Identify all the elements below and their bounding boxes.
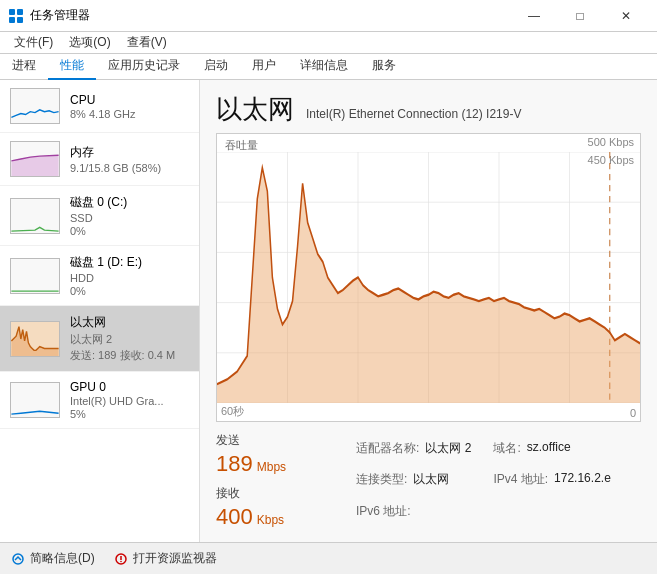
tab-users[interactable]: 用户 — [240, 53, 288, 80]
chart-max-label: 500 Kbps — [588, 136, 634, 148]
chart-time-right: 0 — [630, 407, 636, 419]
disk0-sub1: SSD — [70, 212, 189, 224]
sidebar-item-disk1[interactable]: 磁盘 1 (D: E:) HDD 0% — [0, 246, 199, 306]
info-key-conntype: 连接类型: — [356, 471, 407, 498]
disk1-sub1: HDD — [70, 272, 189, 284]
detail-subtitle: Intel(R) Ethernet Connection (12) I219-V — [306, 107, 521, 121]
tab-processes[interactable]: 进程 — [0, 53, 48, 80]
tab-details[interactable]: 详细信息 — [288, 53, 360, 80]
svg-rect-1 — [17, 9, 23, 15]
ethernet-title: 以太网 — [70, 314, 189, 331]
ethernet-sub1: 以太网 2 — [70, 332, 189, 347]
tab-services[interactable]: 服务 — [360, 53, 408, 80]
disk1-thumb — [10, 258, 60, 294]
summary-label: 简略信息(D) — [30, 550, 95, 567]
info-row-domain: 域名: sz.office — [493, 440, 610, 467]
chart-throughput-label: 吞吐量 — [225, 138, 258, 153]
detail-main-title: 以太网 — [216, 92, 294, 127]
memory-sub: 9.1/15.8 GB (58%) — [70, 162, 189, 174]
send-unit: Mbps — [257, 460, 286, 474]
disk0-thumb — [10, 198, 60, 234]
resource-monitor-icon — [115, 553, 127, 565]
menu-view[interactable]: 查看(V) — [119, 32, 175, 53]
main-content: CPU 8% 4.18 GHz 内存 9.1/15.8 GB (58%) — [0, 80, 657, 542]
cpu-title: CPU — [70, 93, 189, 107]
resource-monitor-label: 打开资源监视器 — [133, 550, 217, 567]
disk0-sub2: 0% — [70, 225, 189, 237]
svg-point-19 — [13, 554, 23, 564]
resource-monitor-button[interactable]: 打开资源监视器 — [115, 550, 217, 567]
info-key-ipv6: IPv6 地址: — [356, 503, 411, 530]
svg-rect-2 — [9, 17, 15, 23]
disk1-title: 磁盘 1 (D: E:) — [70, 254, 189, 271]
detail-header: 以太网 Intel(R) Ethernet Connection (12) I2… — [216, 92, 641, 127]
info-key-domain: 域名: — [493, 440, 520, 467]
svg-point-22 — [120, 560, 122, 562]
send-block: 发送 189 Mbps — [216, 432, 336, 477]
app-icon — [8, 8, 24, 24]
sidebar: CPU 8% 4.18 GHz 内存 9.1/15.8 GB (58%) — [0, 80, 200, 542]
gpu0-thumb — [10, 382, 60, 418]
recv-block: 接收 400 Kbps — [216, 485, 336, 530]
memory-title: 内存 — [70, 144, 189, 161]
svg-marker-5 — [11, 326, 58, 355]
info-row-adapter: 适配器名称: 以太网 2 — [356, 440, 473, 467]
maximize-button[interactable]: □ — [557, 6, 603, 26]
menu-options[interactable]: 选项(O) — [61, 32, 118, 53]
tab-app-history[interactable]: 应用历史记录 — [96, 53, 192, 80]
summary-button[interactable]: 简略信息(D) — [12, 550, 95, 567]
info-val-adapter: 以太网 2 — [425, 440, 471, 467]
info-row-conntype: 连接类型: 以太网 — [356, 471, 473, 498]
memory-info: 内存 9.1/15.8 GB (58%) — [70, 144, 189, 174]
tab-startup[interactable]: 启动 — [192, 53, 240, 80]
recv-value: 400 — [216, 504, 253, 530]
stats-info-row: 发送 189 Mbps 接收 400 Kbps 适配器名称: — [216, 432, 641, 530]
info-val-domain: sz.office — [527, 440, 571, 467]
disk1-info: 磁盘 1 (D: E:) HDD 0% — [70, 254, 189, 297]
gpu0-title: GPU 0 — [70, 380, 189, 394]
gpu0-info: GPU 0 Intel(R) UHD Gra... 5% — [70, 380, 189, 420]
sidebar-item-memory[interactable]: 内存 9.1/15.8 GB (58%) — [0, 133, 199, 186]
info-key-ipv4: IPv4 地址: — [493, 471, 548, 498]
disk0-title: 磁盘 0 (C:) — [70, 194, 189, 211]
sidebar-item-ethernet[interactable]: 以太网 以太网 2 发送: 189 接收: 0.4 M — [0, 306, 199, 372]
info-grid: 适配器名称: 以太网 2 域名: sz.office 连接类型: 以太网 IPv… — [356, 440, 611, 530]
ethernet-thumb — [10, 321, 60, 357]
cpu-info: CPU 8% 4.18 GHz — [70, 93, 189, 120]
ethernet-sub2: 发送: 189 接收: 0.4 M — [70, 348, 189, 363]
svg-rect-0 — [9, 9, 15, 15]
send-label: 发送 — [216, 432, 336, 449]
menu-bar: 文件(F) 选项(O) 查看(V) — [0, 32, 657, 54]
disk1-sub2: 0% — [70, 285, 189, 297]
detail-panel: 以太网 Intel(R) Ethernet Connection (12) I2… — [200, 80, 657, 542]
info-val-ipv4: 172.16.2.e — [554, 471, 611, 498]
tab-performance[interactable]: 性能 — [48, 53, 96, 80]
recv-label: 接收 — [216, 485, 336, 502]
memory-thumb — [10, 141, 60, 177]
svg-marker-4 — [11, 155, 58, 176]
title-bar: 任务管理器 — □ ✕ — [0, 0, 657, 32]
bottom-bar: 简略信息(D) 打开资源监视器 — [0, 542, 657, 574]
close-button[interactable]: ✕ — [603, 6, 649, 26]
recv-unit: Kbps — [257, 513, 284, 527]
gpu0-sub1: Intel(R) UHD Gra... — [70, 395, 189, 407]
cpu-thumb — [10, 88, 60, 124]
gpu0-sub2: 5% — [70, 408, 189, 420]
chevron-up-icon — [12, 553, 24, 565]
menu-file[interactable]: 文件(F) — [6, 32, 61, 53]
info-key-adapter: 适配器名称: — [356, 440, 419, 467]
cpu-sub: 8% 4.18 GHz — [70, 108, 189, 120]
minimize-button[interactable]: — — [511, 6, 557, 26]
info-row-ipv6: IPv6 地址: — [356, 503, 473, 530]
title-bar-controls: — □ ✕ — [511, 6, 649, 26]
chart-svg — [217, 152, 640, 403]
tab-bar: 进程 性能 应用历史记录 启动 用户 详细信息 服务 — [0, 54, 657, 80]
title-bar-left: 任务管理器 — [8, 7, 90, 24]
chart-area: 吞吐量 500 Kbps 450 Kbps 60秒 0 — [216, 133, 641, 422]
sidebar-item-gpu0[interactable]: GPU 0 Intel(R) UHD Gra... 5% — [0, 372, 199, 429]
sidebar-item-cpu[interactable]: CPU 8% 4.18 GHz — [0, 80, 199, 133]
app-title: 任务管理器 — [30, 7, 90, 24]
info-row-ipv4: IPv4 地址: 172.16.2.e — [493, 471, 610, 498]
svg-rect-3 — [17, 17, 23, 23]
sidebar-item-disk0[interactable]: 磁盘 0 (C:) SSD 0% — [0, 186, 199, 246]
